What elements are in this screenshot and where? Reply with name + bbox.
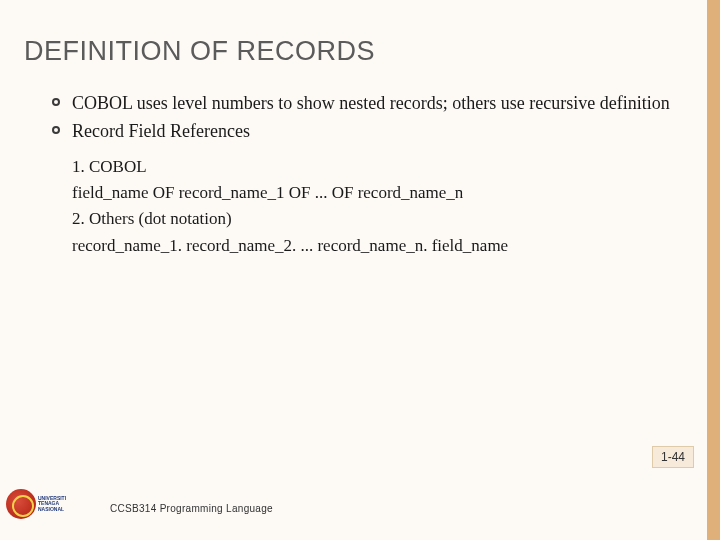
bullet-item: Record Field References <box>52 119 676 143</box>
sub-line: 2. Others (dot notation) <box>72 206 676 232</box>
bullet-list: COBOL uses level numbers to show nested … <box>24 91 676 144</box>
slide-content: DEFINITION OF RECORDS COBOL uses level n… <box>0 0 720 259</box>
sub-line: 1. COBOL <box>72 154 676 180</box>
sub-line: record_name_1. record_name_2. ... record… <box>72 233 676 259</box>
sub-line: field_name OF record_name_1 OF ... OF re… <box>72 180 676 206</box>
bullet-item: COBOL uses level numbers to show nested … <box>52 91 676 115</box>
sub-content: 1. COBOL field_name OF record_name_1 OF … <box>72 154 676 259</box>
logo-text: UNIVERSITI TENAGA NASIONAL <box>38 496 66 513</box>
footer-logo: UNIVERSITI TENAGA NASIONAL <box>6 486 96 522</box>
accent-bar <box>707 0 720 540</box>
footer-course: CCSB314 Programming Language <box>110 503 273 514</box>
logo-emblem-icon <box>6 489 36 519</box>
page-number-badge: 1-44 <box>652 446 694 468</box>
slide-title: DEFINITION OF RECORDS <box>24 36 676 67</box>
